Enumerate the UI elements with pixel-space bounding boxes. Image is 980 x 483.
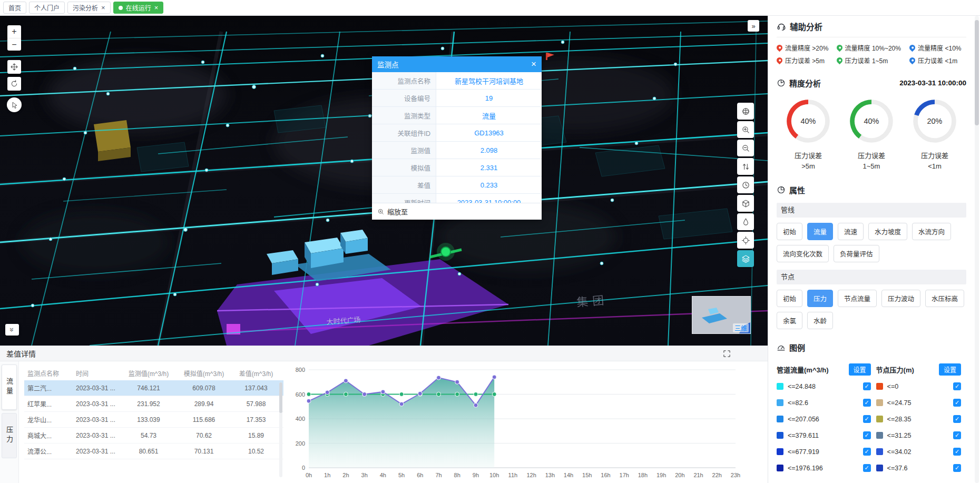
attr-button-direction-changes[interactable]: 流向变化次数 bbox=[777, 245, 829, 262]
zoom-in-button[interactable]: + bbox=[7, 25, 21, 38]
attr-button-initial[interactable]: 初始 bbox=[777, 223, 802, 240]
water-tool-button[interactable] bbox=[737, 213, 754, 230]
close-icon[interactable]: × bbox=[531, 59, 536, 70]
minimap-3d-label[interactable]: 三维 bbox=[733, 323, 749, 332]
collapse-sidebar-button[interactable]: » bbox=[748, 20, 759, 32]
legend-item: 流量精度 <10% bbox=[909, 43, 966, 52]
attr-button-residual-chlorine[interactable]: 余氯 bbox=[777, 312, 802, 329]
locate-tool-button[interactable] bbox=[737, 232, 754, 249]
tab-label: 污染分析 bbox=[73, 3, 98, 12]
rotate-tool-button[interactable] bbox=[7, 77, 21, 91]
svg-text:14h: 14h bbox=[564, 472, 573, 478]
cube-tool-button[interactable] bbox=[737, 195, 754, 212]
svg-text:5h: 5h bbox=[398, 472, 405, 478]
table-row[interactable]: 第二汽...2023-03-31 ...746.121609.078137.04… bbox=[24, 380, 283, 396]
pan-tool-button[interactable] bbox=[7, 60, 21, 74]
attr-button-flow-direction[interactable]: 水流方向 bbox=[912, 223, 951, 240]
collapse-bottom-panel-button[interactable]: » bbox=[5, 324, 19, 336]
tab-pollution-analysis[interactable]: 污染分析 × bbox=[67, 2, 111, 14]
tab-pressure[interactable]: 压力 bbox=[2, 413, 17, 458]
attr-button-pressure[interactable]: 压力 bbox=[807, 290, 833, 307]
pin-legend: 流量精度 >20% 流量精度 10%~20% 流量精度 <10% 压力误差 >5… bbox=[777, 43, 966, 65]
layers-tool-button[interactable] bbox=[737, 250, 754, 267]
history-tool-button[interactable] bbox=[737, 176, 754, 193]
tab-personal-portal[interactable]: 个人门户 bbox=[29, 2, 65, 14]
checkbox[interactable]: ✓ bbox=[863, 431, 871, 439]
attr-button-load-evaluation[interactable]: 负荷量评估 bbox=[834, 245, 879, 262]
checkbox[interactable]: ✓ bbox=[953, 415, 961, 423]
checkbox[interactable]: ✓ bbox=[953, 382, 961, 390]
double-chevron-right-icon: » bbox=[751, 22, 755, 30]
checkbox[interactable]: ✓ bbox=[953, 464, 961, 472]
attr-button-hydraulic-grade[interactable]: 水压标高 bbox=[925, 290, 964, 307]
svg-text:21h: 21h bbox=[693, 472, 703, 478]
cube-icon bbox=[741, 199, 750, 208]
legend-item: 压力误差 <1m bbox=[909, 56, 966, 65]
sidebar-scrollbar[interactable] bbox=[975, 16, 979, 483]
popup-detail-table: 监测点名称新星驾校干河培训基地 设备编号19 监测类型流量 关联组件IDGD13… bbox=[372, 72, 542, 203]
tab-online-run[interactable]: 在线运行 × bbox=[113, 2, 164, 14]
col-header: 时间 bbox=[73, 369, 121, 378]
svg-text:8h: 8h bbox=[454, 472, 460, 478]
attr-button-pressure-fluctuation[interactable]: 压力波动 bbox=[881, 290, 920, 307]
legend-item: 流量精度 >20% bbox=[777, 43, 837, 52]
checkbox[interactable]: ✓ bbox=[953, 431, 961, 439]
monitor-point-name-link[interactable]: 新星驾校干河培训基地 bbox=[436, 72, 542, 89]
diff-table: 监测点名称 时间 监测值(m^3/h) 模拟值(m^3/h) 差值(m^3/h)… bbox=[19, 361, 283, 483]
node-attribute-buttons: 初始 压力 节点流量 压力波动 水压标高 余氯 水龄 bbox=[777, 290, 966, 329]
table-row[interactable]: 龙华山...2023-03-31 ...133.039115.68617.353 bbox=[24, 412, 283, 428]
legend-row: <=31.25✓ bbox=[876, 427, 966, 443]
table-row[interactable]: 商城大...2023-03-31 ...54.7370.6215.89 bbox=[24, 428, 283, 443]
double-chevron-down-icon: » bbox=[8, 328, 16, 332]
checkbox[interactable]: ✓ bbox=[863, 415, 871, 423]
checkbox[interactable]: ✓ bbox=[863, 399, 871, 407]
table-scrollbar[interactable] bbox=[279, 382, 282, 477]
tab-home[interactable]: 首页 bbox=[3, 2, 26, 14]
swap-view-button[interactable] bbox=[737, 158, 754, 175]
clock-icon bbox=[741, 181, 750, 190]
legend-item: 流量精度 10%~20% bbox=[837, 43, 910, 52]
checkbox[interactable]: ✓ bbox=[863, 448, 871, 456]
legend-row: <=24.75✓ bbox=[876, 395, 966, 411]
map-zoom-in-button[interactable] bbox=[737, 121, 754, 138]
metric-tabs: 流量 压力 bbox=[0, 361, 19, 483]
table-row[interactable]: 流潭公...2023-03-31 ...80.65170.13110.52 bbox=[24, 443, 283, 459]
checkbox[interactable]: ✓ bbox=[953, 399, 961, 407]
expand-panel-button[interactable] bbox=[723, 350, 731, 358]
map-3d-view[interactable]: 大时代广场 集团 + − » » bbox=[0, 16, 768, 346]
field-label: 设备编号 bbox=[372, 90, 436, 106]
attr-button-node-flow[interactable]: 节点流量 bbox=[838, 290, 877, 307]
attr-button-node-initial[interactable]: 初始 bbox=[777, 290, 802, 307]
field-label: 关联组件ID bbox=[372, 124, 436, 141]
checkbox[interactable]: ✓ bbox=[863, 382, 871, 390]
zoom-out-button[interactable]: − bbox=[7, 38, 21, 51]
attr-button-velocity[interactable]: 流速 bbox=[838, 223, 864, 240]
close-icon[interactable]: × bbox=[154, 4, 159, 11]
attr-button-flow[interactable]: 流量 bbox=[807, 223, 833, 240]
field-value: 流量 bbox=[436, 107, 542, 124]
analysis-timestamp: 2023-03-31 10:00:00 bbox=[899, 79, 966, 87]
svg-text:7h: 7h bbox=[435, 472, 442, 478]
close-icon[interactable]: × bbox=[101, 4, 105, 11]
zoom-to-label: 缩放至 bbox=[387, 206, 408, 216]
checkbox[interactable]: ✓ bbox=[953, 448, 961, 456]
settings-button[interactable]: 设置 bbox=[939, 363, 961, 376]
tab-flow[interactable]: 流量 bbox=[2, 364, 17, 410]
map-zoom-out-button[interactable] bbox=[737, 140, 754, 156]
checkbox[interactable]: ✓ bbox=[863, 464, 871, 472]
select-tool-button[interactable] bbox=[7, 97, 22, 112]
attr-button-hydraulic-slope[interactable]: 水力坡度 bbox=[868, 223, 907, 240]
table-row[interactable]: 红苹果...2023-03-31 ...231.952289.9457.988 bbox=[24, 396, 283, 412]
zoom-to-button[interactable]: 缩放至 bbox=[372, 203, 542, 220]
svg-text:40%: 40% bbox=[864, 117, 879, 125]
globe-tool-button[interactable] bbox=[737, 103, 754, 120]
attr-button-water-age[interactable]: 水龄 bbox=[807, 312, 833, 329]
minimap[interactable]: 三维 bbox=[692, 296, 751, 334]
field-value: 19 bbox=[436, 90, 542, 106]
fullscreen-icon bbox=[723, 350, 731, 358]
legend-item: 压力误差 >5m bbox=[777, 56, 837, 65]
field-label: 更新时间 bbox=[372, 194, 436, 203]
svg-text:15h: 15h bbox=[582, 472, 592, 478]
panel-title: 辅助分析 bbox=[790, 21, 822, 32]
settings-button[interactable]: 设置 bbox=[849, 363, 871, 376]
